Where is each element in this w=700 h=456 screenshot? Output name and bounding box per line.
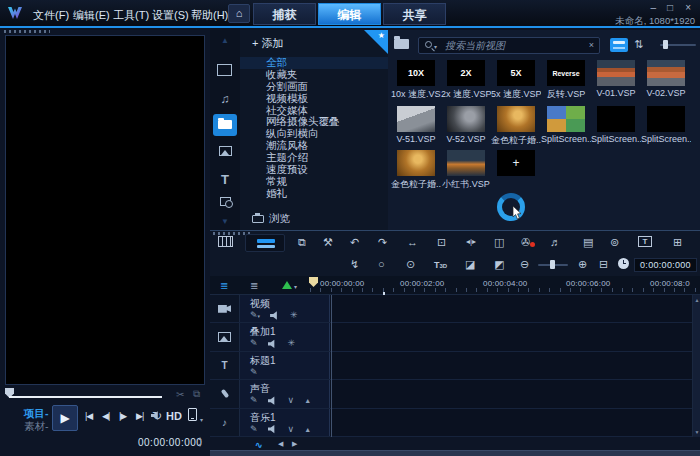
subtitle-icon[interactable]: ⊚: [610, 237, 619, 248]
timeline-zoom-slider[interactable]: [538, 264, 568, 266]
library-item[interactable]: 金色粒子婚...: [491, 106, 541, 147]
frame-grab-icon[interactable]: ⊙: [406, 259, 415, 270]
template-library-icon[interactable]: [213, 114, 237, 136]
ripple-edit-pencil-icon[interactable]: ✎: [250, 425, 258, 434]
media-library-icon[interactable]: [210, 66, 240, 76]
waveform-toggle-icon[interactable]: ∨: [288, 396, 295, 405]
category-wedding[interactable]: 婚礼: [240, 188, 388, 200]
screen-size-icon[interactable]: ⊡: [437, 237, 446, 248]
voice-track-lane[interactable]: [330, 380, 692, 407]
library-item[interactable]: SplitScreen...: [541, 106, 591, 144]
transition-library-icon[interactable]: [210, 197, 240, 206]
panel-drag-handle[interactable]: [4, 30, 50, 33]
library-item[interactable]: V-52.VSP: [441, 106, 491, 144]
3d-title-editor-icon[interactable]: T3D: [434, 260, 447, 270]
horizontal-scrollbar[interactable]: [210, 450, 700, 456]
category-theme-intro[interactable]: 主题介绍: [240, 152, 388, 164]
library-item[interactable]: SplitScreen...: [641, 106, 691, 144]
fade-icon[interactable]: ▲: [304, 426, 311, 433]
category-portrait-to-landscape[interactable]: 纵向到横向: [240, 128, 388, 140]
search-options-caret-icon[interactable]: ▾: [434, 43, 437, 50]
ruler-label[interactable]: 00:00:04:00: [483, 279, 527, 288]
home-icon[interactable]: ⌂: [228, 4, 250, 23]
batch-convert-icon[interactable]: ▤: [583, 237, 593, 248]
timeline-playhead[interactable]: [309, 277, 318, 287]
library-item[interactable]: SplitScreen...: [591, 106, 641, 144]
track-music[interactable]: ♪ 音乐1 ✎ ∨ ▲: [210, 409, 700, 437]
waveform-toggle-icon[interactable]: ∨: [288, 425, 295, 434]
search-clear-icon[interactable]: ×: [589, 40, 594, 50]
mute-speaker-icon[interactable]: [268, 425, 278, 434]
library-item[interactable]: Reverse反转.VSP: [541, 60, 591, 101]
nav-scroll-up-icon[interactable]: ▲: [210, 36, 240, 45]
duration-clock-icon[interactable]: [618, 258, 629, 269]
track-overlay[interactable]: 叠加1 ✎ ✳: [210, 323, 700, 351]
painting-creator-icon[interactable]: ◩: [494, 259, 504, 270]
library-item[interactable]: V-51.VSP: [391, 106, 441, 144]
menu-help[interactable]: 帮助(H): [191, 8, 228, 23]
track-manager-icon[interactable]: ≣: [220, 280, 228, 291]
device-preview-icon[interactable]: [188, 408, 197, 421]
category-favorites[interactable]: 收藏夹: [240, 69, 388, 81]
record-capture-icon[interactable]: ✇: [521, 237, 530, 248]
tab-share[interactable]: 共享: [383, 3, 446, 25]
title-safe-icon[interactable]: T: [638, 236, 652, 247]
timeline-view-icon[interactable]: [245, 234, 285, 252]
next-frame-button[interactable]: |▶: [119, 411, 126, 421]
mute-speaker-icon[interactable]: [268, 396, 278, 405]
ripple-edit-pencil-icon[interactable]: ✎: [250, 396, 258, 405]
thumbnail-view-toggle[interactable]: [610, 38, 628, 52]
mute-speaker-icon[interactable]: [268, 339, 278, 348]
undo-icon[interactable]: ↶: [350, 237, 359, 248]
tab-edit[interactable]: 编辑: [318, 3, 381, 25]
tab-capture[interactable]: 捕获: [253, 3, 316, 25]
close-icon[interactable]: ×: [685, 2, 691, 13]
category-split-screen[interactable]: 分割画面: [240, 81, 388, 93]
tools-icon[interactable]: ⚒: [323, 237, 333, 248]
ripple-edit-pencil-icon[interactable]: ✎: [250, 339, 258, 348]
track-voice[interactable]: 声音 ✎ ∨ ▲: [210, 380, 700, 408]
overlay-track-lane[interactable]: [330, 323, 692, 350]
play-button[interactable]: ▶: [52, 405, 78, 431]
mark-in-out-scissors-icon[interactable]: ✂: [176, 390, 184, 400]
video-track-lane[interactable]: [330, 295, 692, 322]
clip-mode-label[interactable]: 素材-: [24, 420, 49, 434]
fit-project-icon[interactable]: ↔: [407, 237, 418, 248]
fit-timeline-icon[interactable]: ⊟: [599, 259, 608, 270]
show-all-tracks-icon[interactable]: ∿: [255, 440, 263, 450]
custom-motion-icon[interactable]: ○: [378, 259, 385, 270]
maximize-icon[interactable]: □: [667, 2, 673, 13]
prev-frame-button[interactable]: ◀|: [102, 411, 109, 421]
track-list-icon[interactable]: ≣: [250, 280, 258, 291]
sort-icon[interactable]: ⇅: [634, 38, 643, 51]
ruler-label[interactable]: 00:00:02:00: [400, 279, 444, 288]
timecode-spinner[interactable]: ▲▼: [196, 435, 204, 449]
add-track-caret-icon[interactable]: ▾: [294, 283, 297, 290]
library-item[interactable]: V-01.VSP: [591, 60, 641, 98]
timeline-zoom-handle[interactable]: [550, 260, 555, 269]
redo-icon[interactable]: ↷: [378, 237, 387, 248]
music-library-icon[interactable]: ♫: [210, 92, 240, 106]
add-category-button[interactable]: + 添加: [252, 36, 284, 51]
menu-settings[interactable]: 设置(S): [152, 8, 189, 23]
library-item[interactable]: 金色粒子婚...: [391, 150, 441, 191]
track-video[interactable]: 视频 ✎▾ ✳: [210, 295, 700, 323]
scrub-bar[interactable]: [9, 396, 162, 398]
title-track-lane[interactable]: [330, 352, 692, 379]
project-mode-label[interactable]: 项目-: [24, 407, 49, 421]
add-track-icon[interactable]: [282, 281, 292, 289]
zoom-in-icon[interactable]: ⊕: [578, 259, 587, 270]
library-item[interactable]: 2X2x 速度.VSP: [441, 60, 491, 101]
thumb-size-slider-handle[interactable]: [663, 40, 668, 49]
split-screen-template-icon[interactable]: ⊞: [673, 237, 682, 248]
ruler-label[interactable]: 00:00:08:0: [650, 279, 690, 288]
scroll-down-icon[interactable]: ▼: [693, 429, 700, 435]
minimize-icon[interactable]: –: [650, 2, 656, 13]
scroll-right-icon[interactable]: ▶: [292, 440, 297, 448]
track-fx-icon[interactable]: ✳: [288, 339, 296, 348]
category-general[interactable]: 常规: [240, 176, 388, 188]
storyboard-view-icon[interactable]: [218, 236, 233, 247]
zoom-out-icon[interactable]: ⊖: [520, 259, 529, 270]
mask-creator-icon[interactable]: ◪: [465, 259, 475, 270]
hd-toggle[interactable]: HD: [166, 410, 182, 422]
